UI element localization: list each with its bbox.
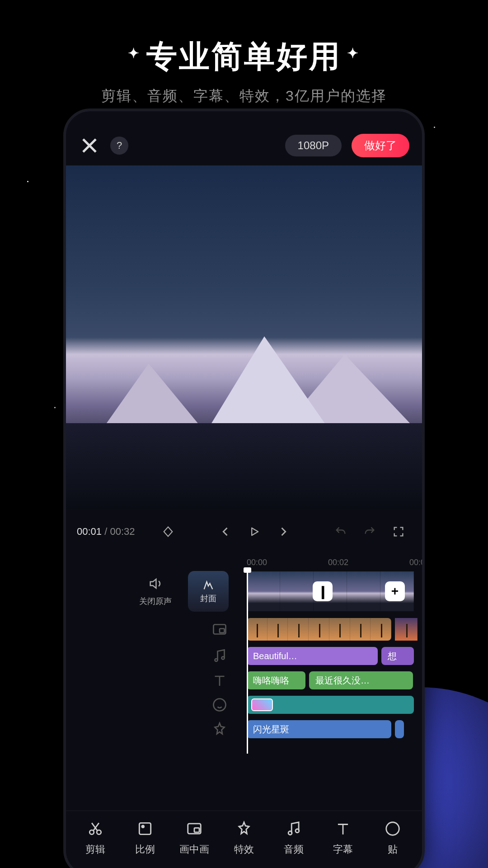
effect-clip[interactable]: [395, 720, 404, 738]
svg-rect-1: [220, 629, 225, 633]
pip-track-icon: [211, 621, 228, 637]
audio-clip[interactable]: Beautiful…: [247, 647, 378, 665]
sticker-thumb: [251, 698, 273, 711]
ruler-tick: 00:02: [328, 558, 355, 567]
tool-sticker[interactable]: 贴: [368, 820, 418, 856]
svg-point-8: [141, 826, 144, 828]
ruler-tick: 00:04: [409, 558, 425, 567]
timeline[interactable]: 关闭原声 封面 ❙ +: [66, 571, 422, 754]
tool-pip[interactable]: 画中画: [169, 820, 219, 856]
tool-label: 字幕: [333, 843, 353, 856]
ruler-tick: 00:00: [247, 558, 274, 567]
mute-original-button[interactable]: 关闭原声: [139, 576, 172, 607]
clip-handle-icon[interactable]: ❙: [313, 581, 333, 601]
pip-clip[interactable]: [395, 618, 418, 641]
svg-point-2: [215, 659, 218, 661]
tool-text[interactable]: 字幕: [319, 820, 368, 856]
video-preview: [66, 165, 422, 509]
text-track-icon: [211, 672, 228, 689]
svg-point-3: [222, 657, 225, 660]
phone-mockup: ? 1080P 做好了 00:01 / 00:32: [63, 108, 425, 868]
timecode: 00:01 / 00:32: [77, 526, 135, 538]
tool-ratio[interactable]: 比例: [120, 820, 170, 856]
pip-clip[interactable]: [247, 618, 391, 641]
help-button[interactable]: ?: [110, 137, 128, 155]
add-clip-button[interactable]: +: [385, 581, 405, 601]
tool-label: 画中画: [179, 843, 209, 856]
tool-label: 特效: [234, 843, 254, 856]
playhead[interactable]: [247, 571, 248, 754]
fullscreen-icon[interactable]: [386, 519, 411, 544]
tool-label: 音频: [284, 843, 304, 856]
audio-clip[interactable]: 想: [381, 647, 414, 665]
cover-button[interactable]: 封面: [188, 571, 229, 612]
tool-label: 贴: [388, 843, 398, 856]
tool-label: 比例: [135, 843, 155, 856]
effect-clip[interactable]: 闪光星斑: [247, 720, 391, 738]
text-clip[interactable]: 嗨咯嗨咯: [247, 671, 305, 689]
prev-icon[interactable]: [213, 519, 238, 544]
editor-topbbar: ? 1080P 做好了: [66, 129, 422, 165]
svg-rect-10: [194, 828, 199, 832]
undo-icon[interactable]: [328, 519, 353, 544]
promo-subtitle: 剪辑、音频、字幕、特效，3亿用户的选择: [0, 86, 488, 106]
text-clip[interactable]: 最近很久没…: [309, 671, 413, 689]
svg-point-11: [288, 831, 292, 835]
sticker-clip[interactable]: [247, 696, 414, 714]
done-button[interactable]: 做好了: [352, 134, 409, 157]
promo-title: 专业简单好用: [0, 0, 488, 77]
music-track-icon: [211, 648, 228, 664]
tool-label: 剪辑: [85, 843, 105, 856]
svg-point-4: [214, 699, 226, 711]
svg-point-12: [296, 829, 299, 833]
svg-point-13: [386, 822, 399, 835]
sticker-track-icon: [211, 697, 228, 713]
tool-edit[interactable]: 剪辑: [70, 820, 120, 856]
tool-audio[interactable]: 音频: [269, 820, 319, 856]
effect-track-icon: [211, 721, 228, 737]
play-icon[interactable]: [242, 519, 267, 544]
next-icon[interactable]: [271, 519, 296, 544]
redo-icon[interactable]: [357, 519, 382, 544]
transport-bar: 00:01 / 00:32: [66, 509, 422, 554]
svg-rect-7: [139, 823, 150, 834]
tool-effects[interactable]: 特效: [219, 820, 269, 856]
mute-label: 关闭原声: [139, 596, 172, 607]
cover-label: 封面: [200, 593, 216, 604]
keyframe-icon[interactable]: [155, 519, 181, 544]
bottom-toolbar: 剪辑 比例 画中画 特效 音频 字幕 贴: [66, 811, 422, 868]
close-icon[interactable]: [79, 135, 100, 156]
video-clip[interactable]: ❙ +: [247, 571, 414, 611]
resolution-button[interactable]: 1080P: [285, 135, 342, 156]
